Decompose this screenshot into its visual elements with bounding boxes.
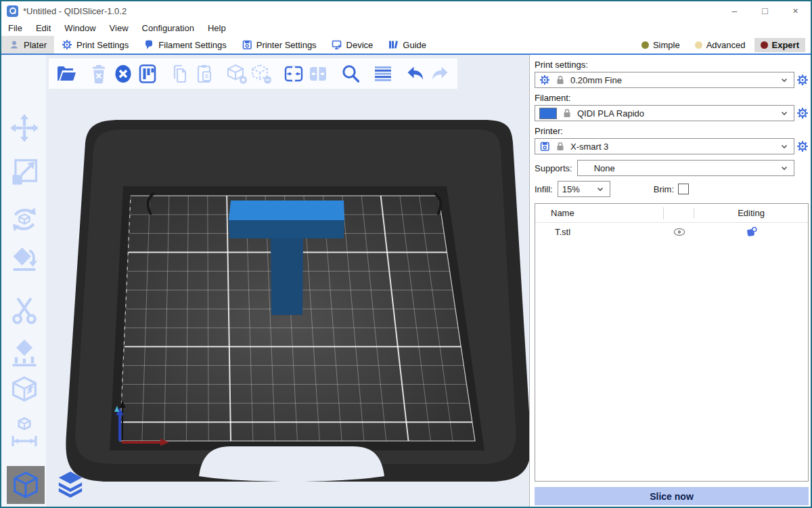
viewport-3d[interactable] [1, 55, 529, 507]
mode-advanced[interactable]: Advanced [689, 38, 752, 52]
menu-configuration[interactable]: Configuration [135, 23, 201, 33]
printer-gear-button[interactable] [796, 140, 809, 152]
brim-label: Brim: [654, 184, 674, 194]
menu-view[interactable]: View [103, 23, 135, 33]
tab-filament-settings[interactable]: Filament Settings [136, 36, 233, 54]
menu-bar: File Edit Window View Configuration Help [1, 20, 811, 36]
qidislicer-window: { "window": { "title": "*Untitled - QIDI… [0, 0, 812, 508]
search-button[interactable] [338, 62, 363, 86]
arrange-button[interactable] [135, 62, 160, 86]
simple-dot-icon [641, 41, 649, 49]
view-preview-button[interactable] [51, 466, 89, 504]
measure-tool[interactable] [8, 415, 41, 448]
cut-tool[interactable] [8, 295, 41, 327]
cut-icon [8, 295, 41, 327]
filament-combo[interactable]: QIDI PLA Rapido [535, 105, 794, 121]
column-visibility [663, 207, 694, 219]
seam-tool[interactable] [8, 375, 41, 407]
filament-label: Filament: [535, 93, 809, 103]
remove-instance-button[interactable] [249, 62, 273, 86]
menu-edit[interactable]: Edit [29, 23, 58, 33]
paint-support-icon [8, 337, 41, 370]
place-on-face-icon [8, 244, 41, 276]
filament-color-swatch [539, 108, 557, 119]
variable-layer-height-button[interactable] [371, 62, 395, 86]
print-bed-scene[interactable] [1, 55, 529, 507]
delete-all-button[interactable] [111, 62, 135, 86]
column-editing: Editing [694, 208, 808, 218]
infill-label: Infill: [535, 184, 553, 194]
rotate-tool[interactable] [8, 203, 41, 236]
edit-object-icon[interactable] [746, 226, 757, 238]
redo-button[interactable] [428, 62, 452, 86]
chevron-down-icon [779, 163, 790, 173]
printer-combo[interactable]: X-smart 3 [535, 138, 794, 154]
split-to-parts-button[interactable] [306, 62, 330, 86]
lock-icon [562, 108, 572, 119]
tab-print-settings[interactable]: Print Settings [54, 36, 136, 54]
menu-window[interactable]: Window [58, 23, 102, 33]
brim-checkbox[interactable] [678, 184, 689, 194]
infill-combo[interactable]: 15% [558, 181, 610, 197]
settings-panel: Print settings: 0.20mm Fine Filament: QI… [529, 55, 811, 507]
delete-button[interactable] [87, 62, 111, 86]
menu-file[interactable]: File [1, 23, 29, 33]
move-tool[interactable] [8, 112, 41, 144]
seam-icon [8, 375, 41, 407]
guide-icon [388, 39, 399, 50]
plater-icon [9, 39, 20, 50]
mode-selector: Simple Advanced Expert [635, 38, 811, 52]
add-instance-button[interactable] [225, 62, 249, 86]
mode-simple[interactable]: Simple [635, 38, 686, 52]
minimize-button[interactable]: – [719, 1, 750, 20]
device-icon [332, 39, 342, 50]
print-settings-combo[interactable]: 0.20mm Fine [535, 72, 794, 88]
gear-icon [539, 75, 550, 85]
title-bar: *Untitled - QIDISlicer-1.0.2 – □ × [1, 1, 811, 20]
tray-handle-cutout [199, 446, 384, 482]
undo-button[interactable] [403, 62, 428, 86]
eye-icon[interactable] [673, 228, 685, 236]
layers-preview-icon [54, 469, 87, 501]
split-to-objects-button[interactable] [281, 62, 306, 86]
filament-icon [143, 39, 154, 50]
place-on-face-tool[interactable] [8, 244, 41, 276]
copy-button[interactable] [168, 62, 192, 86]
column-name: Name [535, 208, 663, 218]
print-settings-gear-button[interactable] [796, 74, 809, 86]
paste-button[interactable] [192, 62, 217, 86]
measure-icon [8, 415, 41, 448]
cube-3d-icon [9, 469, 42, 501]
view-3d-editor-button[interactable] [7, 466, 45, 504]
maximize-button[interactable]: □ [750, 1, 780, 20]
move-icon [8, 112, 41, 144]
top-toolbar [49, 58, 457, 89]
slice-now-button[interactable]: Slice now [535, 487, 809, 505]
scale-tool[interactable] [8, 156, 41, 188]
chevron-down-icon [779, 108, 790, 119]
tab-device[interactable]: Device [324, 36, 381, 54]
filament-gear-button[interactable] [796, 107, 809, 119]
mode-expert[interactable]: Expert [754, 38, 805, 52]
menu-help[interactable]: Help [201, 23, 233, 33]
close-button[interactable]: × [780, 1, 811, 20]
supports-combo[interactable]: None [577, 160, 794, 176]
open-button[interactable] [54, 62, 78, 86]
tab-printer-settings[interactable]: Printer Settings [234, 36, 324, 54]
object-row-tstl[interactable]: T.stl [535, 223, 808, 241]
tab-plater[interactable]: Plater [1, 36, 54, 54]
tab-guide[interactable]: Guide [380, 36, 434, 54]
lock-icon [555, 75, 566, 85]
supports-label: Supports: [535, 163, 572, 173]
chevron-down-icon [779, 141, 790, 152]
app-icon [7, 5, 18, 17]
chevron-down-icon [779, 75, 790, 85]
printer-icon [242, 39, 252, 50]
object-list-header: Name Editing [535, 204, 808, 223]
paint-support-tool[interactable] [8, 337, 41, 370]
gear-icon [62, 39, 72, 50]
object-name: T.stl [535, 227, 664, 237]
lock-icon [555, 141, 566, 152]
window-title: *Untitled - QIDISlicer-1.0.2 [23, 6, 127, 16]
view-mode-switcher [7, 466, 89, 504]
